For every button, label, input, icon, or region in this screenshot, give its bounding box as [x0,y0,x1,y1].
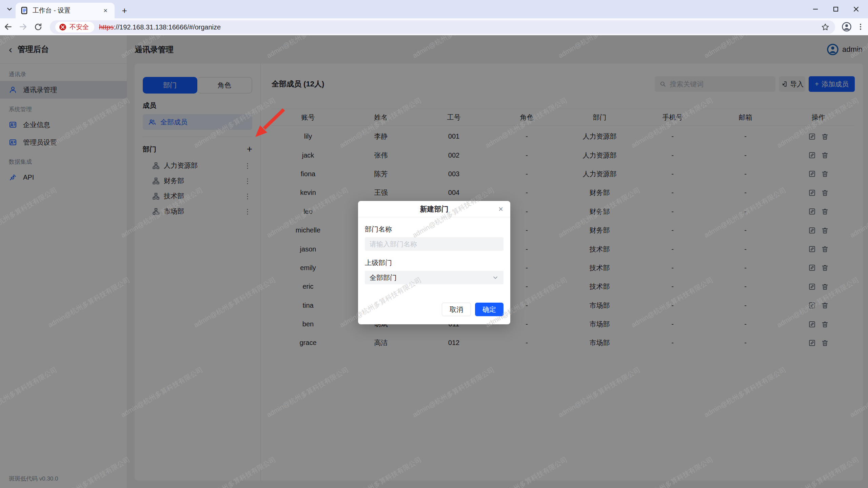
browser-toolbar: 不安全 https://192.168.31.138:16666/#/organ… [0,18,868,35]
modal-body: 部门名称 上级部门 全部部门 [358,217,510,303]
chevron-down-icon [6,5,13,13]
modal-header: 新建部门 × [358,201,510,217]
favicon [20,6,28,15]
modal-title: 新建部门 [420,204,449,214]
not-secure-icon [59,23,67,31]
url-rest: ://192.168.31.138:16666/#/organize [114,23,221,31]
tab-search-button[interactable] [3,3,16,15]
browser-tab[interactable]: 工作台 - 设置 × [16,3,115,18]
url-scheme: https [99,23,114,31]
forward-button[interactable] [16,20,30,34]
url-text: https://192.168.31.138:16666/#/organize [99,23,221,31]
menu-kebab-icon[interactable] [856,23,865,31]
modal-footer: 取消 确定 [358,303,510,324]
parent-dept-value: 全部部门 [370,273,397,282]
new-department-modal: 新建部门 × 部门名称 上级部门 全部部门 取消 确定 [358,201,510,324]
parent-dept-label: 上级部门 [365,258,504,267]
close-icon[interactable]: × [496,204,506,214]
chevron-down-icon [492,274,499,281]
tab-title: 工作台 - 设置 [33,6,101,15]
window-controls [810,0,868,18]
cancel-button[interactable]: 取消 [442,303,471,316]
parent-dept-select[interactable]: 全部部门 [365,271,504,284]
toolbar-right [842,18,865,35]
bookmark-star-icon[interactable] [821,23,830,32]
address-bar[interactable]: 不安全 https://192.168.31.138:16666/#/organ… [50,20,835,34]
dept-name-input[interactable] [365,237,504,251]
new-tab-button[interactable]: + [119,5,130,16]
dept-name-label: 部门名称 [365,225,504,234]
tab-close-icon[interactable]: × [101,6,110,15]
browser-tab-strip: 工作台 - 设置 × + [0,0,868,18]
profile-icon[interactable] [842,22,852,32]
confirm-button[interactable]: 确定 [475,303,504,316]
reload-button[interactable] [31,20,45,34]
window-close-icon[interactable] [850,3,862,15]
security-label: 不安全 [70,23,89,32]
security-chip[interactable]: 不安全 [55,22,94,33]
window-maximize-icon[interactable] [830,3,842,15]
back-button[interactable] [1,20,15,34]
window-minimize-icon[interactable] [810,3,821,15]
